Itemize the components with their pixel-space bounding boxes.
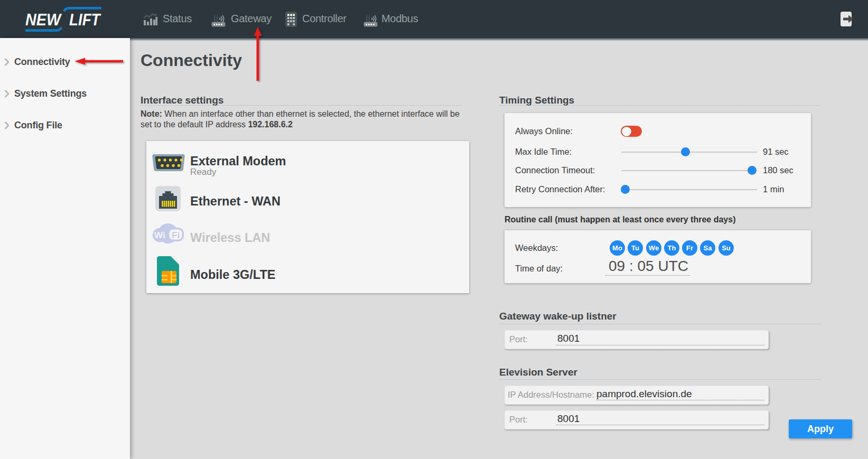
svg-text:Fi: Fi xyxy=(172,230,180,240)
svg-text:Wi: Wi xyxy=(154,230,165,240)
svg-text:LIFT: LIFT xyxy=(69,10,101,29)
svg-text:NEW: NEW xyxy=(25,10,62,29)
